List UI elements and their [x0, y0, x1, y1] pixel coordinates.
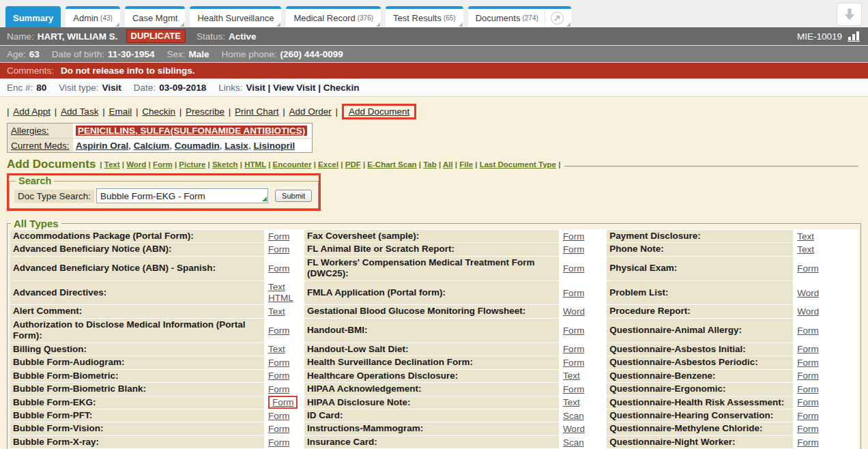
doc-open-link-form[interactable]: Form: [268, 424, 290, 434]
type-link-last-document-type[interactable]: Last Document Type: [480, 160, 556, 169]
doc-open-link-form[interactable]: Form: [268, 437, 290, 448]
doc-open-link-form[interactable]: Form: [268, 358, 290, 368]
doc-open-link-form[interactable]: Form: [797, 371, 819, 381]
doc-open-link-text[interactable]: Text: [563, 397, 580, 407]
doc-type-link-cell: Form: [265, 422, 304, 435]
action-link-prescribe[interactable]: Prescribe: [186, 106, 225, 117]
duplicate-badge[interactable]: DUPLICATE: [126, 29, 186, 43]
med-link-aspirin-oral[interactable]: Aspirin Oral: [76, 141, 128, 151]
doc-open-link-html[interactable]: HTML: [268, 293, 300, 304]
submit-button[interactable]: Submit: [275, 190, 312, 202]
doc-open-link-form[interactable]: Form: [268, 384, 290, 394]
circle-arrow-up-right-icon[interactable]: [551, 12, 564, 25]
doc-type-link-cell: Word: [794, 305, 858, 317]
doc-open-link-text[interactable]: Text: [268, 344, 285, 354]
doc-open-link-form[interactable]: Form: [563, 384, 585, 394]
type-link-pdf[interactable]: PDF: [345, 160, 361, 169]
doc-open-link-scan[interactable]: Scan: [563, 437, 584, 448]
doc-open-link-form[interactable]: Form: [797, 325, 819, 336]
doc-open-link-text[interactable]: Text: [268, 282, 300, 293]
action-link-checkin[interactable]: Checkin: [142, 106, 175, 117]
type-link-picture[interactable]: Picture: [179, 160, 205, 169]
doc-open-link-form[interactable]: Form: [563, 288, 585, 298]
doc-open-link-form[interactable]: Form: [797, 384, 819, 394]
action-link-add-appt[interactable]: Add Appt: [13, 106, 50, 117]
encounter-link-view-visit[interactable]: View Visit: [273, 83, 316, 93]
doc-open-link-form[interactable]: Form: [563, 244, 585, 255]
tab-case-mgmt[interactable]: Case Mgmt: [125, 6, 185, 27]
doc-open-link-text[interactable]: Text: [797, 244, 814, 255]
allergies-value[interactable]: PENICILLINS, SULFA(SULFONAMIDE ANTIBIOTI…: [76, 126, 307, 136]
bar-chart-icon[interactable]: [848, 31, 861, 42]
med-link-calcium[interactable]: Calcium: [134, 141, 170, 151]
type-link-encounter[interactable]: Encounter: [273, 160, 312, 169]
add-documents-title: Add Documents: [7, 158, 96, 171]
doc-open-link-form[interactable]: Form: [268, 371, 290, 381]
doc-type-name: Bubble Form-Vision:: [10, 422, 264, 435]
action-link-print-chart[interactable]: Print Chart: [235, 106, 279, 117]
doc-open-link-text[interactable]: Text: [563, 371, 580, 381]
tab-test-results[interactable]: Test Results(65): [386, 6, 463, 27]
type-link-tab[interactable]: Tab: [423, 160, 437, 169]
type-link-word[interactable]: Word: [126, 160, 146, 169]
tab-summary[interactable]: Summary: [5, 6, 61, 27]
doc-open-link-form[interactable]: Form: [563, 325, 585, 336]
tab-admin[interactable]: Admin(43): [66, 6, 120, 27]
visit-type-value: Visit: [102, 83, 121, 93]
doc-open-link-form[interactable]: Form: [797, 424, 819, 434]
type-link-file[interactable]: File: [459, 160, 473, 169]
doc-open-link-word[interactable]: Word: [797, 306, 819, 317]
doc-open-link-form[interactable]: Form: [268, 263, 290, 274]
doc-type-search-input[interactable]: [96, 188, 268, 203]
action-link-add-task[interactable]: Add Task: [61, 106, 98, 117]
tab-medical-record[interactable]: Medical Record(376): [286, 6, 381, 27]
med-link-lisinopril[interactable]: Lisinopril: [253, 141, 295, 151]
doc-open-link-form[interactable]: Form: [268, 231, 290, 242]
type-link-form[interactable]: Form: [153, 160, 173, 169]
doc-open-link-form[interactable]: Form: [563, 231, 585, 242]
encounter-link-checkin[interactable]: Checkin: [323, 83, 360, 93]
doc-open-link-form[interactable]: Form: [563, 344, 585, 354]
tab-health-surveillance[interactable]: Health Surveillance: [190, 6, 281, 27]
download-button[interactable]: [837, 3, 862, 26]
action-link-add-order[interactable]: Add Order: [289, 106, 332, 117]
doc-open-link-form[interactable]: Form: [268, 411, 290, 421]
doc-open-link-form[interactable]: Form: [797, 411, 819, 421]
comments-bar: Comments: Do not release info to sibling…: [0, 63, 868, 79]
action-link-add-document[interactable]: Add Document: [349, 106, 409, 117]
type-link-text[interactable]: Text: [104, 160, 120, 169]
doc-open-link-text[interactable]: Text: [797, 231, 814, 242]
visit-type-label: Visit type:: [59, 83, 98, 93]
doc-open-link-form[interactable]: Form: [797, 437, 819, 448]
type-link-all[interactable]: All: [443, 160, 453, 169]
tab-documents[interactable]: Documents(274): [468, 6, 571, 27]
doc-open-link-scan[interactable]: Scan: [563, 411, 584, 421]
doc-type-link-cell: Form: [794, 370, 858, 382]
doc-open-link-form[interactable]: Form: [797, 397, 819, 407]
doc-open-link-form[interactable]: Form: [797, 358, 819, 368]
type-link-e-chart-scan[interactable]: E-Chart Scan: [367, 160, 416, 169]
doc-open-link-form[interactable]: Form: [797, 344, 819, 354]
doc-type-name: Questionnaire-Hearing Conservation:: [607, 409, 793, 422]
doc-open-link-form[interactable]: Form: [563, 263, 585, 274]
type-link-sketch[interactable]: Sketch: [212, 160, 238, 169]
allergies-link[interactable]: Allergies:: [11, 126, 49, 136]
doc-open-link-word[interactable]: Word: [563, 306, 585, 317]
doc-open-link-word[interactable]: Word: [563, 424, 585, 434]
type-link-excel[interactable]: Excel: [318, 160, 338, 169]
current-meds-link[interactable]: Current Meds:: [11, 141, 70, 151]
doc-open-link-form[interactable]: Form: [563, 358, 585, 368]
doc-open-link-form[interactable]: Form: [268, 325, 290, 336]
action-link-email[interactable]: Email: [108, 106, 132, 117]
doc-type-link-cell: TextHTML: [265, 281, 304, 304]
doc-open-link-word[interactable]: Word: [797, 288, 819, 298]
doc-type-link-cell: Form: [265, 396, 304, 409]
med-link-coumadin[interactable]: Coumadin: [175, 141, 220, 151]
doc-open-link-form[interactable]: Form: [268, 244, 290, 255]
doc-open-link-form[interactable]: Form: [272, 397, 294, 407]
doc-open-link-form[interactable]: Form: [797, 263, 819, 274]
type-link-html[interactable]: HTML: [244, 160, 266, 169]
doc-open-link-text[interactable]: Text: [268, 306, 285, 317]
med-link-lasix[interactable]: Lasix: [225, 141, 248, 151]
encounter-link-visit[interactable]: Visit: [246, 83, 265, 93]
